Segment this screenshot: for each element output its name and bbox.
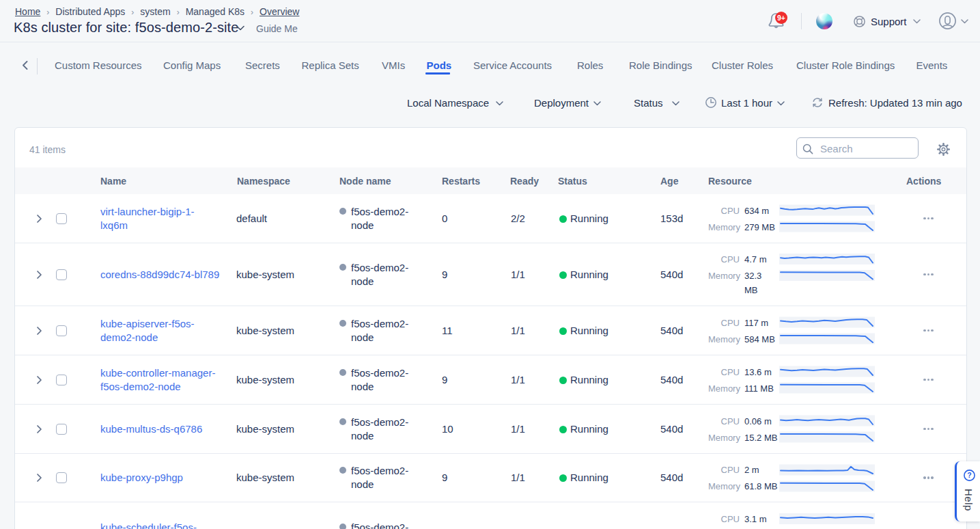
- svg-text:?: ?: [967, 471, 971, 479]
